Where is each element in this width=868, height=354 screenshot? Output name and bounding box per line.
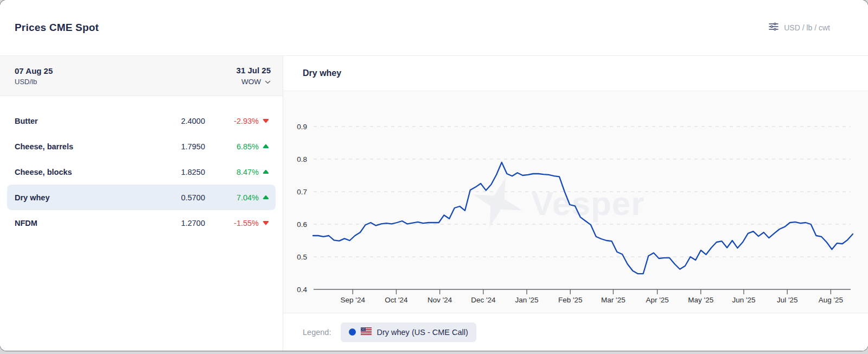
price-table-body: Butter 2.4000 -2.93% Cheese, barrels 1.7… (0, 96, 283, 236)
price-value: 1.7950 (145, 142, 205, 151)
change-percent: 8.47% (237, 168, 259, 176)
price-value: 1.8250 (145, 168, 205, 176)
change-arrow-icon (263, 144, 269, 149)
price-table-panel: 07 Aug 25 USD/lb 31 Jul 25 WOW Butter 2.… (0, 56, 283, 351)
commodity-name: Cheese, blocks (15, 168, 145, 176)
series-color-dot (349, 328, 356, 336)
sliders-icon (769, 22, 778, 33)
current-date: 07 Aug 25 (15, 66, 53, 75)
widget-header: Prices CME Spot (0, 0, 868, 56)
prices-cme-spot-widget: Prices CME Spot (0, 0, 868, 351)
svg-text:Nov '24: Nov '24 (427, 296, 452, 304)
us-flag-icon (361, 327, 372, 337)
svg-text:Dec '24: Dec '24 (471, 296, 496, 304)
unit-label: USD/lb (15, 78, 53, 86)
change-arrow-icon (263, 169, 269, 174)
svg-text:0.6: 0.6 (297, 220, 307, 229)
comparison-date: 31 Jul 25 (237, 66, 271, 75)
change-arrow-icon (263, 195, 269, 200)
price-value: 2.4000 (145, 117, 205, 125)
page-title: Prices CME Spot (15, 22, 99, 34)
commodity-name: Dry whey (15, 193, 145, 202)
svg-text:0.8: 0.8 (297, 155, 307, 163)
change-arrow-icon (263, 220, 269, 225)
svg-text:Jul '25: Jul '25 (777, 296, 798, 304)
svg-text:Aug '25: Aug '25 (819, 296, 843, 304)
change-cell: -2.93% (205, 117, 269, 125)
svg-text:0.7: 0.7 (297, 188, 307, 196)
change-percent: 7.04% (237, 193, 259, 202)
change-cell: 7.04% (205, 193, 269, 202)
table-row[interactable]: Cheese, barrels 1.7950 6.85% (0, 134, 283, 159)
chart-header: Dry whey (283, 56, 868, 91)
svg-text:0.5: 0.5 (297, 253, 307, 261)
svg-text:0.9: 0.9 (297, 123, 307, 131)
price-value: 1.2700 (145, 219, 205, 227)
legend-bar: Legend: (283, 313, 868, 351)
legend-item-label: Dry whey (US - CME Call) (376, 328, 468, 337)
change-cell: -1.55% (205, 219, 269, 227)
chart-area: Vesper0.40.50.60.70.80.9Sep '24Oct '24No… (283, 91, 868, 313)
chevron-down-icon (265, 78, 271, 86)
table-header-band: 07 Aug 25 USD/lb 31 Jul 25 WOW (0, 56, 283, 96)
change-cell: 8.47% (205, 168, 269, 176)
table-row[interactable]: NFDM 1.2700 -1.55% (0, 210, 283, 236)
units-control[interactable]: USD / lb / cwt (769, 22, 830, 33)
svg-text:Sep '24: Sep '24 (341, 296, 366, 304)
svg-text:Apr '25: Apr '25 (646, 296, 668, 304)
change-arrow-icon (263, 118, 269, 123)
units-label: USD / lb / cwt (784, 23, 830, 32)
commodity-name: Butter (15, 117, 145, 125)
svg-text:Mar '25: Mar '25 (601, 296, 626, 304)
svg-text:Jan '25: Jan '25 (515, 296, 538, 304)
price-value: 0.5700 (145, 193, 205, 202)
commodity-name: Cheese, barrels (15, 142, 145, 151)
commodity-name: NFDM (15, 219, 145, 227)
table-row[interactable]: Dry whey 0.5700 7.04% (7, 185, 276, 210)
period-dropdown-label: WOW (241, 78, 261, 86)
svg-text:Feb '25: Feb '25 (558, 296, 583, 304)
legend-label: Legend: (303, 328, 331, 337)
svg-text:Jun '25: Jun '25 (732, 296, 755, 304)
change-percent: -2.93% (234, 117, 259, 125)
legend-item-dry-whey[interactable]: Dry whey (US - CME Call) (341, 323, 476, 342)
change-percent: 6.85% (237, 142, 259, 151)
period-dropdown[interactable]: WOW (241, 78, 271, 86)
table-row[interactable]: Cheese, blocks 1.8250 8.47% (0, 159, 283, 185)
svg-text:May '25: May '25 (688, 296, 713, 304)
chart-title: Dry whey (303, 68, 341, 78)
change-percent: -1.55% (234, 219, 259, 227)
svg-text:0.4: 0.4 (297, 286, 307, 294)
price-line-chart: Vesper0.40.50.60.70.80.9Sep '24Oct '24No… (283, 91, 868, 313)
chart-panel: Dry whey Vesper0.40.50.60.70.80.9Sep '24… (283, 56, 868, 351)
svg-text:Vesper: Vesper (531, 185, 644, 222)
table-row[interactable]: Butter 2.4000 -2.93% (0, 108, 283, 134)
svg-text:Oct '24: Oct '24 (385, 296, 408, 304)
change-cell: 6.85% (205, 142, 269, 151)
